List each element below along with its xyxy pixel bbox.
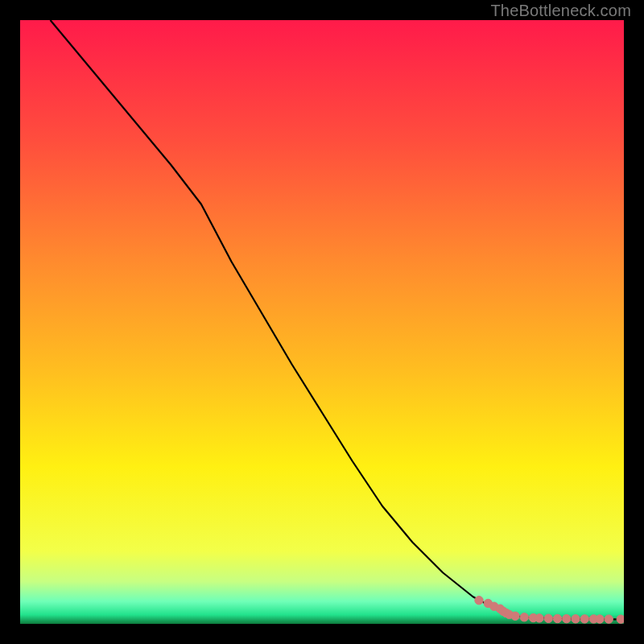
data-point bbox=[553, 614, 561, 622]
data-point bbox=[580, 615, 588, 623]
data-point bbox=[544, 614, 552, 622]
data-point bbox=[617, 615, 624, 623]
chart-stage: TheBottleneck.com bbox=[0, 0, 644, 644]
data-point bbox=[520, 613, 528, 621]
data-point bbox=[475, 597, 483, 605]
plot-area bbox=[20, 20, 624, 624]
data-point bbox=[563, 614, 571, 622]
gradient-background bbox=[20, 20, 624, 624]
data-point bbox=[596, 615, 604, 623]
data-point bbox=[535, 614, 543, 622]
watermark-text: TheBottleneck.com bbox=[490, 2, 631, 20]
data-point bbox=[605, 615, 613, 623]
chart-svg bbox=[20, 20, 624, 624]
data-point bbox=[572, 615, 580, 623]
data-point bbox=[511, 612, 519, 620]
